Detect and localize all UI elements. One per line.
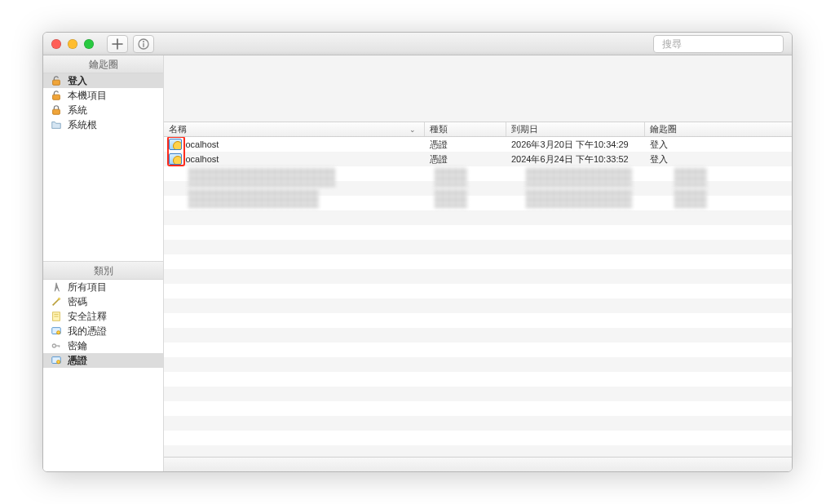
redacted-row	[164, 166, 792, 188]
sidebar-item-login[interactable]: 登入	[43, 73, 163, 88]
traffic-lights	[51, 39, 94, 49]
table-footer	[164, 457, 792, 471]
svg-point-9	[58, 298, 60, 299]
cell-chain: 登入	[645, 153, 792, 166]
note-icon	[50, 310, 63, 323]
unlock-icon	[50, 74, 63, 87]
svg-line-8	[53, 299, 60, 306]
lock-icon	[50, 104, 63, 117]
folder-icon	[50, 118, 63, 131]
keychain-access-window: 鑰匙圈 登入 本機項目	[42, 32, 793, 472]
column-name[interactable]: 名稱 ⌄	[164, 122, 425, 136]
cell-date: 2026年3月20日 下午10:34:29	[506, 139, 645, 151]
cell-name: localhost	[183, 154, 219, 164]
sidebar-item-label: 系統根	[68, 118, 97, 132]
window-minimize-button[interactable]	[68, 39, 77, 49]
svg-rect-7	[53, 109, 60, 114]
plus-icon	[111, 38, 124, 51]
content-area: 名稱 ⌄ 種類 到期日 鑰匙圈	[164, 55, 792, 471]
certificates-table: 名稱 ⌄ 種類 到期日 鑰匙圈	[164, 122, 792, 457]
sidebar-item-system[interactable]: 系統	[43, 103, 163, 117]
sidebar-category-header: 類別	[43, 262, 163, 280]
info-button[interactable]	[133, 35, 154, 53]
sidebar-category-keys[interactable]: 密鑰	[43, 338, 163, 353]
column-date[interactable]: 到期日	[506, 122, 645, 136]
sidebar-item-label: 登入	[68, 74, 87, 88]
sidebar-item-label: 密鑰	[68, 339, 87, 353]
sidebar-item-system-roots[interactable]: 系統根	[43, 117, 163, 132]
sidebar-keychains-header: 鑰匙圈	[43, 55, 163, 73]
column-chain[interactable]: 鑰匙圈	[645, 122, 792, 136]
svg-point-15	[52, 344, 55, 347]
key-icon	[50, 339, 63, 352]
cert-icon	[50, 325, 63, 338]
search-input[interactable]	[662, 38, 784, 50]
svg-point-1	[143, 41, 144, 42]
sidebar-item-label: 系統	[68, 104, 87, 117]
sidebar-item-label: 密碼	[68, 295, 87, 309]
window-zoom-button[interactable]	[84, 39, 94, 49]
window-close-button[interactable]	[51, 39, 61, 49]
sort-indicator-icon: ⌄	[409, 126, 419, 134]
wand-icon	[50, 295, 63, 308]
cert-icon	[169, 153, 182, 165]
compass-icon	[50, 281, 63, 294]
sidebar-category-passwords[interactable]: 密碼	[43, 294, 163, 309]
cell-kind: 憑證	[425, 153, 506, 166]
add-button[interactable]	[107, 35, 128, 53]
redacted-row	[164, 188, 792, 209]
sidebar-item-label: 我的憑證	[68, 325, 107, 338]
table-header: 名稱 ⌄ 種類 到期日 鑰匙圈	[164, 122, 792, 137]
svg-rect-6	[53, 95, 60, 99]
svg-rect-2	[143, 42, 144, 46]
search-field[interactable]	[653, 35, 784, 53]
titlebar	[43, 33, 792, 55]
detail-panel	[164, 55, 792, 122]
sidebar: 鑰匙圈 登入 本機項目	[43, 55, 164, 471]
cell-name: localhost	[183, 139, 219, 149]
unlock-icon	[50, 89, 63, 102]
table-row[interactable]: localhost 憑證 2026年3月20日 下午10:34:29 登入	[164, 137, 792, 152]
info-icon	[137, 38, 150, 51]
column-kind[interactable]: 種類	[425, 122, 506, 136]
cell-date: 2024年6月24日 下午10:33:52	[506, 153, 645, 166]
svg-point-14	[57, 331, 60, 334]
cell-chain: 登入	[645, 139, 792, 151]
cert-icon	[169, 139, 182, 150]
table-row[interactable]: localhost 憑證 2024年6月24日 下午10:33:52 登入	[164, 152, 792, 166]
sidebar-category-certs[interactable]: 憑證	[43, 353, 163, 368]
sidebar-category-all[interactable]: 所有項目	[43, 280, 163, 294]
cert-icon	[50, 354, 63, 367]
sidebar-category-secure-notes[interactable]: 安全註釋	[43, 309, 163, 324]
sidebar-item-label: 所有項目	[68, 281, 107, 294]
svg-point-19	[57, 360, 60, 364]
sidebar-item-label: 本機項目	[68, 89, 107, 103]
svg-rect-5	[53, 80, 60, 85]
sidebar-item-label: 憑證	[68, 354, 87, 368]
cell-kind: 憑證	[425, 139, 506, 151]
sidebar-item-label: 安全註釋	[68, 310, 107, 324]
sidebar-category-my-certs[interactable]: 我的憑證	[43, 324, 163, 338]
sidebar-item-local-items[interactable]: 本機項目	[43, 88, 163, 103]
